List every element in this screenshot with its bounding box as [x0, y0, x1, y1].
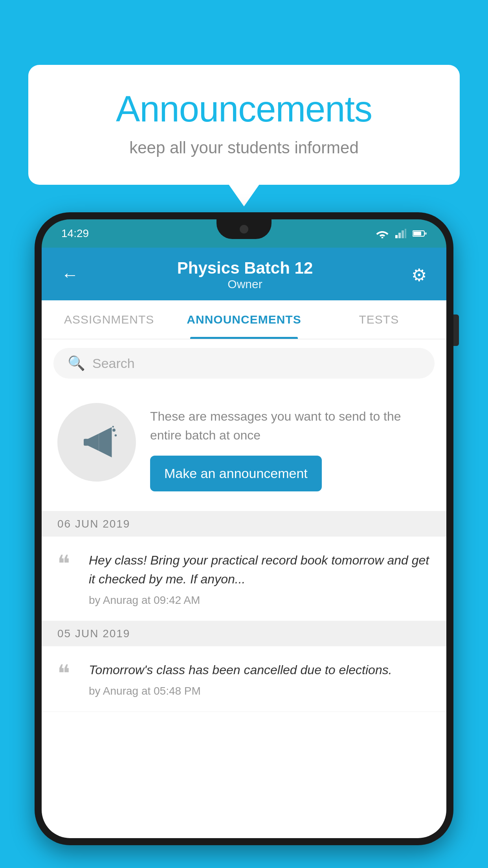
- phone-outer: 14:29: [35, 212, 453, 845]
- announcement-content-1: Hey class! Bring your practical record b…: [89, 551, 431, 607]
- svg-marker-8: [88, 434, 99, 451]
- settings-icon[interactable]: ⚙: [411, 265, 427, 285]
- svg-rect-3: [402, 230, 404, 238]
- batch-title: Physics Batch 12: [177, 259, 313, 278]
- search-bar[interactable]: 🔍 Search: [53, 348, 435, 379]
- announcement-item-1[interactable]: ❝ Hey class! Bring your practical record…: [42, 537, 446, 621]
- quote-icon-2: ❝: [57, 660, 77, 683]
- date-separator-2: 05 JUN 2019: [42, 621, 446, 646]
- svg-rect-2: [398, 233, 401, 238]
- quote-icon-1: ❝: [57, 551, 77, 574]
- wifi-icon: [376, 229, 389, 238]
- announcement-content-2: Tomorrow's class has been cancelled due …: [89, 660, 431, 697]
- signal-icon: [395, 229, 406, 238]
- tab-assignments[interactable]: ASSIGNMENTS: [42, 300, 176, 339]
- speech-bubble-container: Announcements keep all your students inf…: [28, 65, 460, 185]
- svg-point-0: [382, 237, 383, 239]
- announcement-item-2[interactable]: ❝ Tomorrow's class has been cancelled du…: [42, 646, 446, 712]
- date-label-1: 06 JUN 2019: [57, 518, 130, 530]
- battery-icon: [413, 230, 427, 237]
- megaphone-circle: [57, 403, 136, 482]
- promo-right: These are messages you want to send to t…: [150, 403, 431, 491]
- make-announcement-button[interactable]: Make an announcement: [150, 456, 322, 491]
- search-placeholder: Search: [92, 356, 135, 371]
- svg-point-12: [115, 434, 117, 437]
- date-label-2: 05 JUN 2019: [57, 627, 130, 640]
- side-button-right: [453, 314, 459, 346]
- promo-block: These are messages you want to send to t…: [42, 387, 446, 511]
- status-time: 14:29: [61, 227, 89, 240]
- back-button[interactable]: ←: [61, 265, 79, 285]
- announcement-meta-2: by Anurag at 05:48 PM: [89, 685, 201, 697]
- announcement-text-1: Hey class! Bring your practical record b…: [89, 551, 431, 588]
- announcement-text-2: Tomorrow's class has been cancelled due …: [89, 660, 431, 679]
- tab-tests[interactable]: TESTS: [312, 300, 446, 339]
- svg-rect-7: [425, 232, 427, 235]
- svg-point-11: [112, 428, 116, 432]
- speech-bubble-subtitle: keep all your students informed: [60, 138, 428, 157]
- speech-bubble-title: Announcements: [60, 88, 428, 130]
- status-bar: 14:29: [42, 219, 446, 248]
- svg-point-13: [112, 426, 114, 427]
- promo-description: These are messages you want to send to t…: [150, 407, 431, 445]
- svg-rect-10: [84, 439, 89, 446]
- svg-marker-9: [99, 427, 112, 458]
- date-separator-1: 06 JUN 2019: [42, 511, 446, 537]
- phone-notch: [216, 219, 272, 239]
- tab-announcements[interactable]: ANNOUNCEMENTS: [176, 300, 311, 339]
- megaphone-icon: [75, 421, 118, 464]
- svg-rect-6: [413, 232, 421, 235]
- speech-bubble: Announcements keep all your students inf…: [28, 65, 460, 185]
- tabs-bar: ASSIGNMENTS ANNOUNCEMENTS TESTS: [42, 300, 446, 339]
- batch-subtitle: Owner: [177, 278, 313, 291]
- announcement-meta-1: by Anurag at 09:42 AM: [89, 594, 200, 606]
- app-header: ← Physics Batch 12 Owner ⚙: [42, 248, 446, 300]
- phone-screen: ← Physics Batch 12 Owner ⚙ ASSIGNMENTS A…: [42, 248, 446, 838]
- svg-rect-4: [405, 229, 406, 238]
- header-title-block: Physics Batch 12 Owner: [177, 259, 313, 291]
- status-icons: [376, 229, 427, 238]
- phone-wrapper: 14:29: [35, 212, 453, 868]
- svg-rect-1: [395, 235, 398, 238]
- search-bar-container: 🔍 Search: [42, 339, 446, 387]
- camera-dot: [240, 225, 248, 234]
- search-icon: 🔍: [68, 355, 85, 371]
